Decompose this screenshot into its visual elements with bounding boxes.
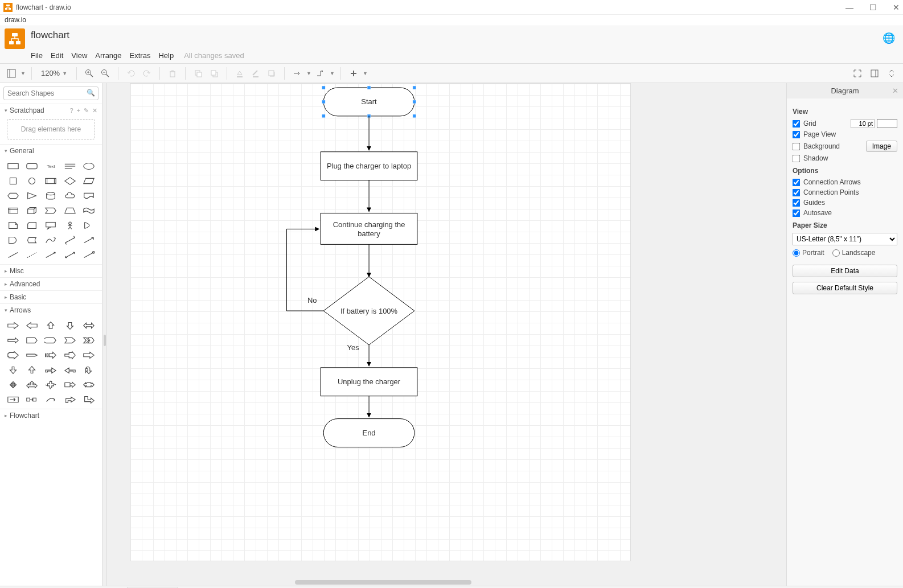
arrow-bent-block[interactable] bbox=[63, 394, 77, 405]
clear-style-button[interactable]: Clear Default Style bbox=[793, 282, 897, 294]
shape-dir-line[interactable] bbox=[44, 249, 58, 261]
scratchpad-close-icon[interactable]: ✕ bbox=[92, 107, 97, 114]
shape-or[interactable] bbox=[82, 220, 96, 231]
conn-arrows-checkbox[interactable] bbox=[793, 178, 801, 186]
shape-internal-storage[interactable] bbox=[6, 205, 20, 216]
paper[interactable]: Start Plug the charger to laptop bbox=[130, 83, 631, 561]
arrow-left[interactable] bbox=[24, 320, 39, 331]
arrow-callout-leftright[interactable] bbox=[82, 379, 96, 390]
search-icon[interactable]: 🔍 bbox=[87, 89, 95, 97]
shape-rounded-rectangle[interactable] bbox=[24, 161, 39, 172]
arrow-double-block[interactable] bbox=[24, 394, 39, 405]
section-flowchart[interactable]: ▸Flowchart bbox=[0, 409, 102, 422]
shape-tape[interactable] bbox=[82, 205, 96, 216]
shape-process[interactable] bbox=[44, 175, 58, 187]
arrow-corner[interactable] bbox=[82, 394, 96, 405]
shape-note[interactable] bbox=[6, 220, 20, 231]
to-back-icon[interactable] bbox=[207, 67, 221, 80]
section-general[interactable]: ▾General bbox=[0, 144, 102, 157]
section-basic[interactable]: ▸Basic bbox=[0, 290, 102, 303]
arrow-callout-right[interactable] bbox=[63, 379, 77, 390]
arrow-down[interactable] bbox=[63, 320, 77, 331]
shape-text[interactable]: Text bbox=[44, 161, 58, 172]
arrow-rounded[interactable] bbox=[44, 335, 58, 346]
autosave-checkbox[interactable] bbox=[793, 209, 801, 217]
arrow-chevron[interactable] bbox=[82, 335, 96, 346]
conn-points-checkbox[interactable] bbox=[793, 188, 801, 196]
line-color-icon[interactable] bbox=[249, 67, 262, 80]
shape-actor[interactable] bbox=[63, 220, 77, 231]
image-button[interactable]: Image bbox=[866, 141, 897, 152]
shape-hexagon[interactable] bbox=[6, 190, 20, 202]
arrow-bent-right[interactable] bbox=[44, 364, 58, 376]
undo-icon[interactable] bbox=[124, 67, 138, 80]
drawio-logo[interactable] bbox=[5, 28, 25, 49]
shape-triangle[interactable] bbox=[24, 190, 39, 202]
arrow-right-thin[interactable] bbox=[6, 335, 20, 346]
shape-card[interactable] bbox=[24, 220, 39, 231]
format-panel-icon[interactable] bbox=[868, 67, 881, 80]
arrow-right2[interactable] bbox=[82, 349, 96, 361]
globe-icon[interactable]: 🌐 bbox=[879, 28, 898, 48]
edge-no[interactable] bbox=[286, 229, 323, 311]
shape-ellipse[interactable] bbox=[82, 161, 96, 172]
shape-trapezoid[interactable] bbox=[63, 205, 77, 216]
shape-step[interactable] bbox=[44, 205, 58, 216]
shape-dashed-line[interactable] bbox=[24, 249, 39, 261]
section-arrows[interactable]: ▾Arrows bbox=[0, 303, 102, 316]
shadow-checkbox[interactable] bbox=[793, 154, 801, 162]
grid-color-swatch[interactable] bbox=[877, 119, 897, 128]
pageview-checkbox[interactable] bbox=[793, 130, 801, 138]
menu-file[interactable]: File bbox=[31, 51, 43, 60]
grid-checkbox[interactable] bbox=[793, 120, 801, 128]
shape-bidir-arrow[interactable] bbox=[63, 235, 77, 246]
papersize-select[interactable]: US-Letter (8,5" x 11") bbox=[793, 233, 897, 245]
shape-and[interactable] bbox=[6, 235, 20, 246]
insert-icon[interactable] bbox=[347, 67, 360, 80]
shape-rectangle[interactable] bbox=[6, 161, 20, 172]
shape-diamond[interactable] bbox=[63, 175, 77, 187]
connection-style-icon[interactable] bbox=[290, 67, 304, 80]
scratchpad-edit-icon[interactable]: ✎ bbox=[84, 107, 89, 114]
document-title[interactable]: flowchart bbox=[31, 28, 879, 41]
redo-icon[interactable] bbox=[140, 67, 154, 80]
shape-data-storage[interactable] bbox=[24, 235, 39, 246]
zoom-in-icon[interactable] bbox=[83, 67, 96, 80]
menu-extras[interactable]: Extras bbox=[130, 51, 151, 60]
arrow-in-rect[interactable] bbox=[6, 394, 20, 405]
shape-parallelogram[interactable] bbox=[82, 175, 96, 187]
shape-line[interactable] bbox=[6, 249, 20, 261]
search-shapes-input[interactable] bbox=[3, 87, 98, 100]
window-minimize-icon[interactable]: — bbox=[845, 3, 853, 12]
section-misc[interactable]: ▸Misc bbox=[0, 264, 102, 277]
arrow-pentagon[interactable] bbox=[24, 335, 39, 346]
arrow-notched[interactable] bbox=[63, 335, 77, 346]
view-toggle-button[interactable] bbox=[5, 67, 18, 80]
edit-data-button[interactable]: Edit Data bbox=[793, 265, 897, 277]
shape-cube[interactable] bbox=[24, 205, 39, 216]
shape-cylinder[interactable] bbox=[44, 190, 58, 202]
arrow-stub-right[interactable] bbox=[6, 349, 20, 361]
guides-checkbox[interactable] bbox=[793, 199, 801, 207]
arrow-uturn[interactable] bbox=[82, 364, 96, 376]
fullscreen-icon[interactable] bbox=[851, 67, 864, 80]
arrow-quad[interactable] bbox=[6, 379, 20, 390]
shape-callout[interactable] bbox=[44, 220, 58, 231]
shape-textbox[interactable] bbox=[63, 161, 77, 172]
shape-link[interactable] bbox=[82, 249, 96, 261]
scratchpad-help-icon[interactable]: ? bbox=[69, 107, 73, 114]
shape-curve[interactable] bbox=[44, 235, 58, 246]
zoom-select[interactable]: 120%▼ bbox=[38, 68, 71, 79]
to-front-icon[interactable] bbox=[191, 67, 205, 80]
shape-square[interactable] bbox=[6, 175, 20, 187]
arrow-bent-left[interactable] bbox=[63, 364, 77, 376]
arrow-tri1[interactable] bbox=[24, 379, 39, 390]
shape-document[interactable] bbox=[82, 190, 96, 202]
expand-collapse-icon[interactable] bbox=[885, 67, 898, 80]
shape-circle[interactable] bbox=[24, 175, 39, 187]
scratchpad-dropzone[interactable]: Drag elements here bbox=[7, 119, 95, 139]
menu-view[interactable]: View bbox=[71, 51, 87, 60]
arrow-striped[interactable] bbox=[44, 349, 58, 361]
arrow-bent-down[interactable] bbox=[6, 364, 20, 376]
fill-color-icon[interactable] bbox=[233, 67, 247, 80]
